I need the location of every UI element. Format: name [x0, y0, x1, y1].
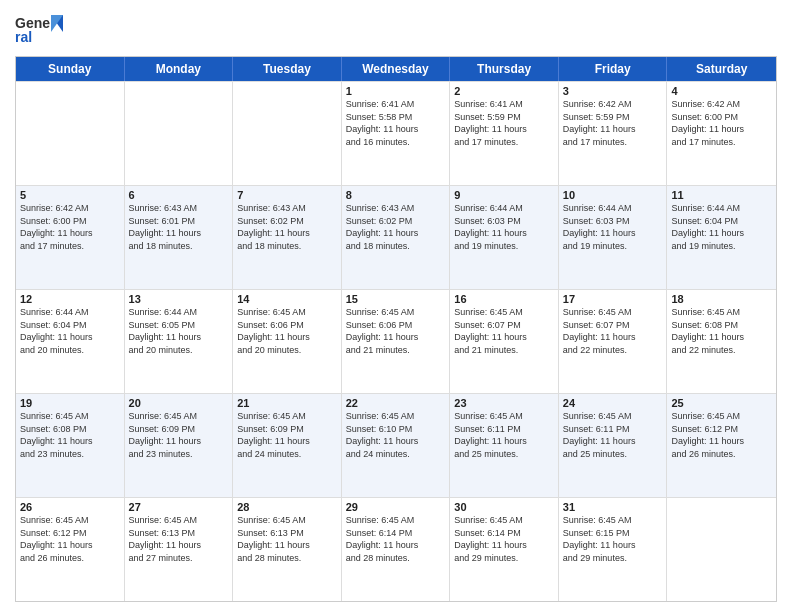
calendar-day-5: 5Sunrise: 6:42 AM Sunset: 6:00 PM Daylig…	[16, 186, 125, 289]
weekday-header-saturday: Saturday	[667, 57, 776, 81]
day-info: Sunrise: 6:45 AM Sunset: 6:14 PM Dayligh…	[454, 514, 554, 564]
day-number: 1	[346, 85, 446, 97]
day-number: 11	[671, 189, 772, 201]
day-number: 31	[563, 501, 663, 513]
day-info: Sunrise: 6:45 AM Sunset: 6:09 PM Dayligh…	[237, 410, 337, 460]
day-info: Sunrise: 6:42 AM Sunset: 6:00 PM Dayligh…	[671, 98, 772, 148]
calendar-day-29: 29Sunrise: 6:45 AM Sunset: 6:14 PM Dayli…	[342, 498, 451, 601]
day-info: Sunrise: 6:45 AM Sunset: 6:10 PM Dayligh…	[346, 410, 446, 460]
day-number: 15	[346, 293, 446, 305]
day-info: Sunrise: 6:45 AM Sunset: 6:13 PM Dayligh…	[129, 514, 229, 564]
calendar-day-17: 17Sunrise: 6:45 AM Sunset: 6:07 PM Dayli…	[559, 290, 668, 393]
day-info: Sunrise: 6:44 AM Sunset: 6:03 PM Dayligh…	[454, 202, 554, 252]
calendar-day-28: 28Sunrise: 6:45 AM Sunset: 6:13 PM Dayli…	[233, 498, 342, 601]
day-number: 19	[20, 397, 120, 409]
calendar-empty-0-1	[125, 82, 234, 185]
day-info: Sunrise: 6:45 AM Sunset: 6:15 PM Dayligh…	[563, 514, 663, 564]
calendar-day-22: 22Sunrise: 6:45 AM Sunset: 6:10 PM Dayli…	[342, 394, 451, 497]
day-info: Sunrise: 6:43 AM Sunset: 6:02 PM Dayligh…	[237, 202, 337, 252]
calendar-empty-4-6	[667, 498, 776, 601]
day-number: 10	[563, 189, 663, 201]
calendar-day-3: 3Sunrise: 6:42 AM Sunset: 5:59 PM Daylig…	[559, 82, 668, 185]
day-number: 22	[346, 397, 446, 409]
day-number: 14	[237, 293, 337, 305]
day-number: 23	[454, 397, 554, 409]
calendar-day-2: 2Sunrise: 6:41 AM Sunset: 5:59 PM Daylig…	[450, 82, 559, 185]
calendar-row-0: 1Sunrise: 6:41 AM Sunset: 5:58 PM Daylig…	[16, 81, 776, 185]
calendar-day-9: 9Sunrise: 6:44 AM Sunset: 6:03 PM Daylig…	[450, 186, 559, 289]
calendar-row-3: 19Sunrise: 6:45 AM Sunset: 6:08 PM Dayli…	[16, 393, 776, 497]
day-number: 21	[237, 397, 337, 409]
weekday-header-thursday: Thursday	[450, 57, 559, 81]
day-info: Sunrise: 6:42 AM Sunset: 5:59 PM Dayligh…	[563, 98, 663, 148]
day-number: 18	[671, 293, 772, 305]
calendar-day-27: 27Sunrise: 6:45 AM Sunset: 6:13 PM Dayli…	[125, 498, 234, 601]
day-number: 20	[129, 397, 229, 409]
calendar-day-18: 18Sunrise: 6:45 AM Sunset: 6:08 PM Dayli…	[667, 290, 776, 393]
weekday-header-friday: Friday	[559, 57, 668, 81]
calendar-day-11: 11Sunrise: 6:44 AM Sunset: 6:04 PM Dayli…	[667, 186, 776, 289]
day-number: 24	[563, 397, 663, 409]
day-info: Sunrise: 6:41 AM Sunset: 5:58 PM Dayligh…	[346, 98, 446, 148]
calendar-empty-0-2	[233, 82, 342, 185]
day-number: 8	[346, 189, 446, 201]
day-number: 28	[237, 501, 337, 513]
day-info: Sunrise: 6:43 AM Sunset: 6:01 PM Dayligh…	[129, 202, 229, 252]
day-info: Sunrise: 6:45 AM Sunset: 6:06 PM Dayligh…	[346, 306, 446, 356]
day-number: 30	[454, 501, 554, 513]
day-info: Sunrise: 6:45 AM Sunset: 6:07 PM Dayligh…	[563, 306, 663, 356]
day-number: 4	[671, 85, 772, 97]
calendar-day-20: 20Sunrise: 6:45 AM Sunset: 6:09 PM Dayli…	[125, 394, 234, 497]
day-number: 16	[454, 293, 554, 305]
day-info: Sunrise: 6:45 AM Sunset: 6:12 PM Dayligh…	[671, 410, 772, 460]
day-number: 3	[563, 85, 663, 97]
weekday-header-tuesday: Tuesday	[233, 57, 342, 81]
calendar-day-14: 14Sunrise: 6:45 AM Sunset: 6:06 PM Dayli…	[233, 290, 342, 393]
calendar-day-30: 30Sunrise: 6:45 AM Sunset: 6:14 PM Dayli…	[450, 498, 559, 601]
day-info: Sunrise: 6:45 AM Sunset: 6:08 PM Dayligh…	[20, 410, 120, 460]
calendar: SundayMondayTuesdayWednesdayThursdayFrid…	[15, 56, 777, 602]
calendar-day-24: 24Sunrise: 6:45 AM Sunset: 6:11 PM Dayli…	[559, 394, 668, 497]
svg-text:ral: ral	[15, 29, 32, 45]
calendar-day-6: 6Sunrise: 6:43 AM Sunset: 6:01 PM Daylig…	[125, 186, 234, 289]
calendar-day-13: 13Sunrise: 6:44 AM Sunset: 6:05 PM Dayli…	[125, 290, 234, 393]
day-number: 5	[20, 189, 120, 201]
day-info: Sunrise: 6:44 AM Sunset: 6:05 PM Dayligh…	[129, 306, 229, 356]
day-number: 13	[129, 293, 229, 305]
calendar-day-4: 4Sunrise: 6:42 AM Sunset: 6:00 PM Daylig…	[667, 82, 776, 185]
day-info: Sunrise: 6:41 AM Sunset: 5:59 PM Dayligh…	[454, 98, 554, 148]
calendar-day-1: 1Sunrise: 6:41 AM Sunset: 5:58 PM Daylig…	[342, 82, 451, 185]
calendar-day-31: 31Sunrise: 6:45 AM Sunset: 6:15 PM Dayli…	[559, 498, 668, 601]
calendar-day-21: 21Sunrise: 6:45 AM Sunset: 6:09 PM Dayli…	[233, 394, 342, 497]
logo: Gene ral	[15, 10, 65, 50]
weekday-header-sunday: Sunday	[16, 57, 125, 81]
logo-icon: Gene ral	[15, 10, 63, 50]
calendar-row-1: 5Sunrise: 6:42 AM Sunset: 6:00 PM Daylig…	[16, 185, 776, 289]
day-number: 9	[454, 189, 554, 201]
header: Gene ral	[15, 10, 777, 50]
day-info: Sunrise: 6:45 AM Sunset: 6:09 PM Dayligh…	[129, 410, 229, 460]
calendar-day-10: 10Sunrise: 6:44 AM Sunset: 6:03 PM Dayli…	[559, 186, 668, 289]
day-info: Sunrise: 6:45 AM Sunset: 6:14 PM Dayligh…	[346, 514, 446, 564]
day-number: 2	[454, 85, 554, 97]
day-info: Sunrise: 6:45 AM Sunset: 6:11 PM Dayligh…	[454, 410, 554, 460]
day-number: 12	[20, 293, 120, 305]
calendar-day-19: 19Sunrise: 6:45 AM Sunset: 6:08 PM Dayli…	[16, 394, 125, 497]
day-info: Sunrise: 6:42 AM Sunset: 6:00 PM Dayligh…	[20, 202, 120, 252]
day-number: 25	[671, 397, 772, 409]
day-number: 7	[237, 189, 337, 201]
day-number: 29	[346, 501, 446, 513]
calendar-row-2: 12Sunrise: 6:44 AM Sunset: 6:04 PM Dayli…	[16, 289, 776, 393]
day-info: Sunrise: 6:44 AM Sunset: 6:04 PM Dayligh…	[671, 202, 772, 252]
day-number: 27	[129, 501, 229, 513]
calendar-day-26: 26Sunrise: 6:45 AM Sunset: 6:12 PM Dayli…	[16, 498, 125, 601]
calendar-day-23: 23Sunrise: 6:45 AM Sunset: 6:11 PM Dayli…	[450, 394, 559, 497]
day-info: Sunrise: 6:45 AM Sunset: 6:11 PM Dayligh…	[563, 410, 663, 460]
calendar-header: SundayMondayTuesdayWednesdayThursdayFrid…	[16, 57, 776, 81]
calendar-day-15: 15Sunrise: 6:45 AM Sunset: 6:06 PM Dayli…	[342, 290, 451, 393]
day-info: Sunrise: 6:45 AM Sunset: 6:13 PM Dayligh…	[237, 514, 337, 564]
calendar-day-25: 25Sunrise: 6:45 AM Sunset: 6:12 PM Dayli…	[667, 394, 776, 497]
day-number: 26	[20, 501, 120, 513]
day-info: Sunrise: 6:45 AM Sunset: 6:12 PM Dayligh…	[20, 514, 120, 564]
calendar-day-8: 8Sunrise: 6:43 AM Sunset: 6:02 PM Daylig…	[342, 186, 451, 289]
